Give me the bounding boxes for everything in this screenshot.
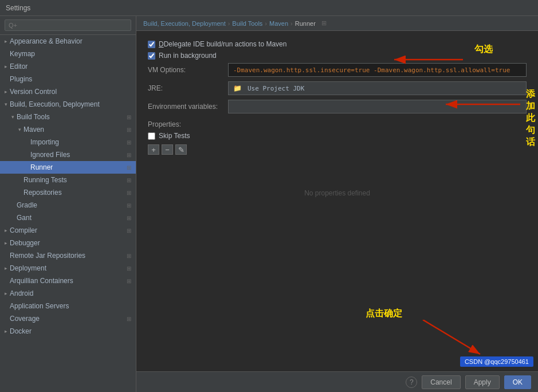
sidebar-item-gant[interactable]: ▸Gant⊞	[0, 211, 136, 224]
sidebar-item-importing[interactable]: ▸Importing⊞	[0, 136, 136, 148]
skip-tests-row: Skip Tests	[148, 132, 527, 140]
sidebar: ▸Appearance & Behavior▸Keymap▸Editor▸Plu…	[0, 16, 136, 392]
run-bg-checkbox[interactable]	[148, 52, 155, 60]
sidebar-item-android[interactable]: ▸Android	[0, 287, 136, 300]
env-row: Environment variables:	[148, 100, 527, 113]
breadcrumb-part-1[interactable]: Build, Execution, Deployment	[143, 20, 226, 27]
search-box	[0, 16, 136, 35]
breadcrumb: Build, Execution, Deployment › Build Too…	[136, 16, 538, 31]
sidebar-item-appearance[interactable]: ▸Appearance & Behavior	[0, 35, 136, 48]
jre-label: JRE:	[148, 84, 228, 92]
breadcrumb-current: Runner	[295, 20, 316, 27]
remove-property-button[interactable]: −	[162, 144, 173, 155]
title-text: Settings	[6, 4, 30, 12]
search-input[interactable]	[5, 19, 131, 31]
properties-label: Properties:	[148, 120, 527, 128]
delegate-label[interactable]: DDelegate IDE build/run actions to Maven	[159, 40, 286, 48]
sidebar-item-keymap[interactable]: ▸Keymap	[0, 48, 136, 60]
breadcrumb-part-3[interactable]: Maven	[269, 20, 288, 27]
vm-options-row: VM Options:	[148, 63, 527, 77]
sidebar-item-coverage[interactable]: ▸Coverage⊞	[0, 312, 136, 325]
sidebar-item-runner[interactable]: ▸Runner⊞	[0, 161, 136, 174]
sidebar-item-deployment[interactable]: ▸Deployment⊞	[0, 262, 136, 275]
sidebar-item-gradle[interactable]: ▸Gradle⊞	[0, 199, 136, 211]
bottom-bar: ? Cancel Apply OK	[136, 371, 538, 392]
breadcrumb-icon: ⊞	[321, 19, 327, 27]
content-area: Build, Execution, Deployment › Build Too…	[136, 16, 538, 392]
sidebar-item-version-control[interactable]: ▸Version Control	[0, 85, 136, 98]
sidebar-item-maven[interactable]: ▾Maven⊞	[0, 123, 136, 136]
sidebar-item-editor[interactable]: ▸Editor	[0, 60, 136, 73]
empty-properties-message: No properties defined	[148, 189, 527, 197]
help-button[interactable]: ?	[406, 377, 417, 388]
jre-value: Use Project JDK	[248, 85, 304, 92]
add-property-button[interactable]: +	[148, 144, 159, 155]
cancel-button[interactable]: Cancel	[422, 375, 460, 389]
skip-tests-checkbox[interactable]	[148, 132, 155, 140]
vm-options-label: VM Options:	[148, 66, 228, 74]
breadcrumb-part-2[interactable]: Build Tools	[232, 20, 262, 27]
sidebar-item-compiler[interactable]: ▸Compiler⊞	[0, 224, 136, 237]
env-field[interactable]	[228, 100, 527, 113]
settings-form: DDelegate IDE build/run actions to Maven…	[136, 31, 538, 371]
sidebar-item-running-tests[interactable]: ▸Running Tests⊞	[0, 174, 136, 186]
jdk-icon: 📁	[233, 84, 242, 92]
run-bg-row: Run in background	[148, 52, 527, 60]
vm-options-input[interactable]	[228, 63, 527, 77]
skip-tests-label[interactable]: Skip Tests	[159, 132, 190, 140]
sidebar-item-plugins[interactable]: ▸Plugins	[0, 73, 136, 85]
delegate-checkbox[interactable]	[148, 41, 155, 48]
sidebar-item-remote-jar[interactable]: ▸Remote Jar Repositories⊞	[0, 249, 136, 262]
edit-property-button[interactable]: ✎	[175, 144, 187, 155]
title-bar: Settings	[0, 0, 538, 16]
properties-toolbar: + − ✎	[148, 144, 527, 155]
ok-button[interactable]: OK	[504, 375, 531, 389]
env-label: Environment variables:	[148, 103, 228, 111]
apply-button[interactable]: Apply	[465, 375, 500, 389]
sidebar-item-arquillian[interactable]: ▸Arquillian Containers⊞	[0, 275, 136, 287]
sidebar-item-docker[interactable]: ▸Docker	[0, 325, 136, 338]
sidebar-item-debugger[interactable]: ▸Debugger	[0, 237, 136, 249]
sidebar-item-repositories[interactable]: ▸Repositories⊞	[0, 186, 136, 199]
sidebar-item-ignored-files[interactable]: ▸Ignored Files⊞	[0, 148, 136, 161]
jre-field: 📁 Use Project JDK	[228, 81, 527, 95]
run-bg-label[interactable]: Run in background	[159, 52, 217, 60]
delegate-row: DDelegate IDE build/run actions to Maven	[148, 40, 527, 48]
sidebar-item-build-exec[interactable]: ▾Build, Execution, Deployment	[0, 98, 136, 111]
sidebar-item-build-tools[interactable]: ▾Build Tools⊞	[0, 111, 136, 123]
jre-row: JRE: 📁 Use Project JDK	[148, 81, 527, 95]
sidebar-item-app-servers[interactable]: ▸Application Servers	[0, 300, 136, 312]
